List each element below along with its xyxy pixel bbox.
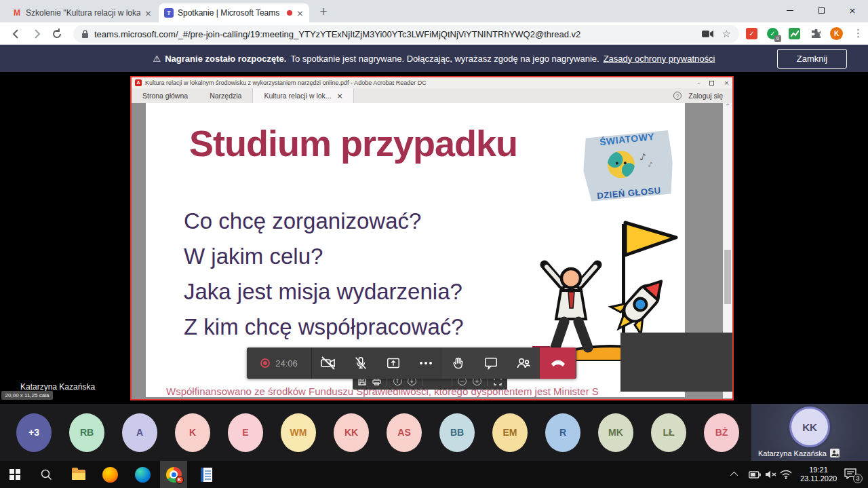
self-video-preview[interactable] bbox=[620, 333, 732, 392]
tab-close-icon[interactable]: × bbox=[296, 8, 304, 18]
chat-button[interactable] bbox=[475, 348, 507, 379]
browser-tabstrip: M Szkolenie "Kultura relacji w lokaln × … bbox=[0, 0, 868, 22]
participant-avatar[interactable]: A bbox=[122, 413, 157, 452]
chrome-icon[interactable]: K bbox=[160, 461, 187, 488]
meeting-stage: Katarzyna Kazańska A Kultura relacji w l… bbox=[0, 72, 868, 404]
new-tab-button[interactable]: + bbox=[317, 5, 330, 18]
participant-avatar[interactable]: RB bbox=[69, 413, 104, 452]
participant-avatar[interactable]: BŻ bbox=[704, 413, 739, 452]
participant-avatar[interactable]: R bbox=[545, 413, 580, 452]
pdf-close-button[interactable]: × bbox=[724, 79, 729, 86]
participant-avatar[interactable]: KK bbox=[334, 413, 369, 452]
recording-indicator: 24:06 bbox=[247, 358, 311, 369]
browser-tab-gmail[interactable]: M Szkolenie "Kultura relacji w lokaln × bbox=[7, 3, 157, 22]
participant-initials: BB bbox=[450, 427, 464, 438]
edge-icon[interactable] bbox=[129, 461, 156, 488]
participant-initials: EM bbox=[503, 427, 517, 438]
hangup-button[interactable] bbox=[540, 348, 576, 379]
tab-close-icon[interactable]: × bbox=[144, 8, 152, 18]
windows-taskbar: K 19:2123.11.2020 3 bbox=[0, 461, 868, 488]
extensions-puzzle-icon[interactable] bbox=[810, 28, 822, 39]
participant-avatar[interactable]: LŁ bbox=[651, 413, 686, 452]
pdf-restore-button[interactable] bbox=[709, 81, 714, 86]
slide-question-list: Co chcę zorganizować?W jakim celu?Jaka j… bbox=[184, 204, 464, 345]
signin-link[interactable]: Zaloguj się bbox=[688, 92, 723, 100]
lock-icon[interactable] bbox=[81, 30, 89, 39]
participant-avatar[interactable]: WM bbox=[281, 413, 316, 452]
participant-initials: MK bbox=[608, 427, 623, 438]
participant-avatar[interactable]: BB bbox=[439, 413, 475, 452]
privacy-policy-link[interactable]: Zasady ochrony prywatności bbox=[604, 54, 715, 64]
volume-muted-icon[interactable] bbox=[765, 461, 777, 488]
dismiss-banner-button[interactable]: Zamknij bbox=[777, 49, 847, 69]
reload-icon[interactable] bbox=[50, 27, 64, 41]
participant-avatar[interactable]: EM bbox=[492, 413, 528, 452]
recording-dot-icon bbox=[260, 358, 270, 368]
pdf-tab-close-icon[interactable]: × bbox=[337, 92, 343, 100]
pdf-tab-document[interactable]: Kultura relacji w lok... × bbox=[252, 88, 354, 103]
participant-avatar[interactable]: AS bbox=[387, 413, 422, 452]
scrollbar-thumb[interactable] bbox=[724, 250, 731, 304]
participants-button[interactable] bbox=[507, 348, 540, 379]
clock-time: 19:21 bbox=[796, 466, 841, 474]
presenter-name-label: Katarzyna Kazańska bbox=[20, 382, 95, 392]
camera-indicator-icon[interactable] bbox=[702, 30, 714, 38]
taskbar-clock[interactable]: 19:2123.11.2020 bbox=[796, 461, 841, 488]
browser-window-controls: × bbox=[774, 0, 868, 20]
todoist-extension-icon[interactable]: ✓ bbox=[746, 28, 757, 39]
firefox-icon[interactable] bbox=[96, 461, 123, 488]
teams-icon: T bbox=[164, 8, 174, 18]
pdf-window-controls: – × bbox=[697, 79, 729, 86]
taskbar-search-icon[interactable] bbox=[33, 461, 60, 488]
extension-badge: 0 bbox=[774, 35, 781, 42]
tab-recording-dot bbox=[287, 10, 292, 16]
restore-button[interactable] bbox=[806, 0, 837, 20]
close-button[interactable]: × bbox=[837, 0, 868, 20]
slide-title: Studium przypadku bbox=[189, 122, 517, 164]
pdf-tab-home[interactable]: Strona główna bbox=[132, 88, 199, 103]
browser-menu-icon[interactable]: ⋮ bbox=[853, 27, 863, 39]
camera-toggle-button[interactable] bbox=[312, 348, 344, 379]
file-explorer-icon[interactable] bbox=[65, 461, 92, 488]
participant-avatar[interactable]: MK bbox=[598, 413, 633, 452]
raise-hand-button[interactable] bbox=[442, 348, 475, 379]
pdf-minimize-button[interactable]: – bbox=[697, 79, 701, 86]
participant-initials: +3 bbox=[28, 427, 39, 438]
battery-icon bbox=[749, 461, 761, 488]
gmail-icon: M bbox=[12, 8, 22, 18]
more-options-button[interactable] bbox=[410, 348, 442, 379]
start-button[interactable] bbox=[1, 461, 28, 488]
warning-icon: ⚠ bbox=[153, 54, 161, 64]
help-icon[interactable]: ? bbox=[673, 92, 682, 100]
self-participant-tile[interactable]: KK Katarzyna Kazańska bbox=[751, 404, 868, 461]
tab-label: Spotkanie | Microsoft Teams bbox=[178, 8, 284, 18]
participant-avatar[interactable]: E bbox=[228, 413, 263, 452]
pdf-tab-tools[interactable]: Narzędzia bbox=[199, 88, 252, 103]
chart-extension-icon[interactable] bbox=[789, 28, 800, 39]
wifi-icon[interactable] bbox=[780, 461, 792, 488]
word-document-icon[interactable] bbox=[193, 461, 220, 488]
pdf-titlebar: A Kultura relacji w lokalnym środowisku … bbox=[132, 77, 732, 88]
url-text: teams.microsoft.com/_#/pre-join-calling/… bbox=[94, 29, 694, 39]
action-center-icon[interactable]: 3 bbox=[844, 461, 859, 488]
pdf-window-title: Kultura relacji w lokalnym środowisku z … bbox=[145, 79, 697, 86]
adblock-extension-icon[interactable]: ✓ 0 bbox=[767, 28, 778, 39]
share-screen-button[interactable] bbox=[377, 348, 410, 379]
url-bar[interactable]: teams.microsoft.com/_#/pre-join-calling/… bbox=[73, 25, 739, 43]
participant-avatar[interactable]: +3 bbox=[16, 413, 52, 452]
browser-tab-teams[interactable]: T Spotkanie | Microsoft Teams × bbox=[159, 3, 309, 22]
participant-avatar[interactable]: K bbox=[175, 413, 210, 452]
back-icon[interactable] bbox=[9, 27, 23, 41]
forward-icon[interactable] bbox=[30, 27, 43, 41]
participant-initials: RB bbox=[80, 427, 94, 438]
tray-chevron-icon[interactable] bbox=[732, 461, 738, 488]
bookmark-star-icon[interactable]: ☆ bbox=[722, 28, 731, 40]
scroll-up-icon[interactable]: ^ bbox=[726, 103, 730, 109]
clock-date: 23.11.2020 bbox=[796, 474, 841, 483]
mic-toggle-button[interactable] bbox=[344, 348, 377, 379]
call-timer: 24:06 bbox=[275, 358, 298, 369]
minimize-button[interactable] bbox=[774, 0, 806, 20]
teams-call-toolbar: 24:06 bbox=[247, 348, 576, 379]
profile-avatar[interactable]: K bbox=[830, 27, 843, 40]
self-name-label: Katarzyna Kazańska bbox=[758, 449, 827, 457]
